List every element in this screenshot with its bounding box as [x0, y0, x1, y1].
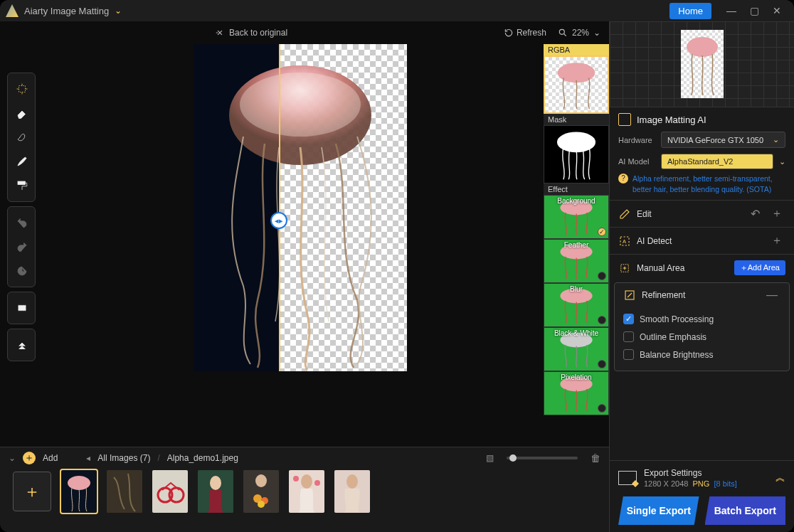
refresh-button[interactable]: Refresh: [504, 28, 546, 38]
filmstrip-collapse-icon[interactable]: ⌄: [9, 453, 16, 463]
collapse-tools-button[interactable]: [8, 334, 36, 356]
thumbnail-size-slider[interactable]: [507, 457, 578, 459]
roller-tool[interactable]: [8, 174, 36, 197]
effect-bw[interactable]: Black & White: [544, 327, 609, 371]
svg-point-14: [68, 476, 90, 490]
manual-area-icon: [618, 262, 631, 275]
export-size: 1280 X 2048: [644, 479, 688, 488]
effect-tab-label: Effect: [544, 183, 609, 195]
smooth-processing-checkbox[interactable]: ✓: [623, 314, 634, 324]
aidetect-add-icon[interactable]: ＋: [768, 233, 785, 248]
zoom-chevron-icon: ⌄: [593, 28, 600, 38]
export-format: PNG: [693, 479, 710, 488]
smooth-processing-row[interactable]: ✓ Smooth Processing: [623, 310, 780, 328]
effect-blur[interactable]: Blur: [544, 283, 609, 327]
filmstrip-thumb-3[interactable]: [152, 470, 188, 513]
effect-feather-label: Feather: [544, 241, 608, 249]
filmstrip-thumb-5[interactable]: [243, 470, 279, 513]
app-menu-chevron-icon[interactable]: ⌄: [115, 6, 122, 16]
matte-tool[interactable]: [8, 126, 36, 149]
history-button[interactable]: [8, 260, 36, 282]
rect-select-tool[interactable]: [8, 297, 36, 319]
maximize-button[interactable]: ▢: [743, 5, 766, 16]
mask-thumbnail[interactable]: [544, 125, 609, 183]
add-area-button[interactable]: ＋Add Area: [734, 260, 785, 275]
compare-divider[interactable]: [279, 44, 280, 371]
model-select[interactable]: AlphaStandard_V2: [661, 154, 773, 169]
brush-tool[interactable]: [8, 150, 36, 173]
svg-point-20: [210, 476, 221, 490]
sidebar-preview-thumb: [681, 30, 724, 98]
balance-brightness-row[interactable]: Balance Brightness: [623, 346, 780, 363]
refinement-icon: [623, 289, 636, 302]
manual-area-label: Manual Area: [637, 263, 684, 273]
model-chevron-icon[interactable]: ⌄: [779, 157, 785, 166]
canvas-preview[interactable]: ◂▸: [194, 44, 407, 371]
svg-text:A: A: [623, 238, 626, 245]
svg-point-28: [293, 476, 299, 482]
zoom-control[interactable]: 22% ⌄: [558, 28, 600, 38]
hardware-chevron-icon: ⌄: [773, 135, 779, 144]
rgba-tab-label[interactable]: RGBA: [544, 44, 609, 55]
aidetect-panel-header[interactable]: A AI Detect ＋: [610, 228, 794, 254]
effect-pixelation-indicator: [598, 404, 606, 413]
svg-rect-15: [107, 470, 142, 513]
filmstrip-thumb-2[interactable]: [107, 470, 142, 513]
svg-point-31: [346, 474, 358, 489]
filmstrip-thumb-6[interactable]: [289, 470, 324, 513]
model-value: AlphaStandard_V2: [667, 157, 733, 166]
svg-point-27: [301, 474, 312, 489]
manual-area-panel-header[interactable]: Manual Area ＋Add Area: [610, 255, 794, 281]
refinement-collapse-icon[interactable]: —: [763, 289, 780, 302]
edit-add-icon[interactable]: ＋: [768, 206, 785, 221]
home-button[interactable]: Home: [669, 3, 711, 19]
back-to-original-label: Back to original: [229, 28, 287, 38]
balance-brightness-label: Balance Brightness: [640, 350, 713, 360]
filmstrip-add-label[interactable]: Add: [43, 453, 58, 463]
svg-rect-2: [18, 181, 26, 185]
app-name: Aiarty Image Matting: [24, 6, 109, 16]
balance-brightness-checkbox[interactable]: [623, 349, 634, 360]
compare-handle-icon[interactable]: ◂▸: [270, 212, 287, 229]
filmstrip-back-arrow-icon[interactable]: ◂: [86, 453, 90, 463]
effect-background[interactable]: Background ✓: [544, 195, 609, 239]
outline-emphasis-row[interactable]: Outline Emphasis: [623, 328, 780, 346]
outline-emphasis-checkbox[interactable]: [623, 331, 634, 342]
matting-ai-icon: [618, 113, 631, 126]
rgba-thumbnail[interactable]: [544, 55, 609, 114]
app-logo-icon: [6, 4, 18, 17]
eraser-tool[interactable]: [8, 102, 36, 124]
effect-feather[interactable]: Feather: [544, 239, 609, 283]
export-expand-icon[interactable]: ︽: [776, 472, 785, 484]
mask-tab-label[interactable]: Mask: [544, 114, 609, 125]
undo-button[interactable]: [8, 211, 36, 234]
filmstrip-thumb-1[interactable]: [61, 470, 97, 513]
single-export-button[interactable]: Single Export: [618, 496, 699, 525]
svg-rect-3: [18, 305, 26, 311]
hardware-select[interactable]: NVIDIA GeForce GTX 1050 ⌄: [661, 132, 785, 148]
filmstrip-delete-button[interactable]: 🗑: [591, 452, 600, 464]
effect-bw-indicator: [598, 360, 606, 368]
effect-pixelation[interactable]: Pixelation: [544, 371, 609, 415]
filmstrip-thumb-7[interactable]: [334, 470, 370, 513]
matting-ai-title: Image Matting AI: [637, 115, 706, 125]
move-tool[interactable]: [8, 78, 36, 100]
batch-export-button[interactable]: Batch Export: [705, 496, 786, 525]
minimize-button[interactable]: —: [720, 5, 743, 16]
filmstrip-add-tile[interactable]: ＋: [13, 472, 51, 511]
zoom-value: 22%: [572, 28, 589, 38]
export-bits: [8 bits]: [714, 479, 736, 488]
filmstrip-add-icon[interactable]: ＋: [23, 452, 36, 464]
edit-undo-icon[interactable]: ↶: [748, 207, 763, 220]
filmstrip-thumb-4[interactable]: [198, 470, 233, 513]
thumbnail-size-icon: ▧: [486, 453, 494, 463]
refinement-panel-header[interactable]: Refinement —: [615, 283, 789, 307]
back-to-original-button[interactable]: Back to original: [215, 28, 287, 38]
filmstrip-current-name: Alpha_demo1.jpeg: [167, 453, 238, 463]
filmstrip-all-images[interactable]: All Images (7): [97, 453, 150, 463]
redo-button[interactable]: [8, 235, 36, 258]
hardware-value: NVIDIA GeForce GTX 1050: [667, 136, 763, 144]
edit-panel-header[interactable]: Edit ↶ ＋: [610, 201, 794, 227]
edit-label: Edit: [637, 209, 652, 219]
close-button[interactable]: ✕: [766, 5, 788, 16]
